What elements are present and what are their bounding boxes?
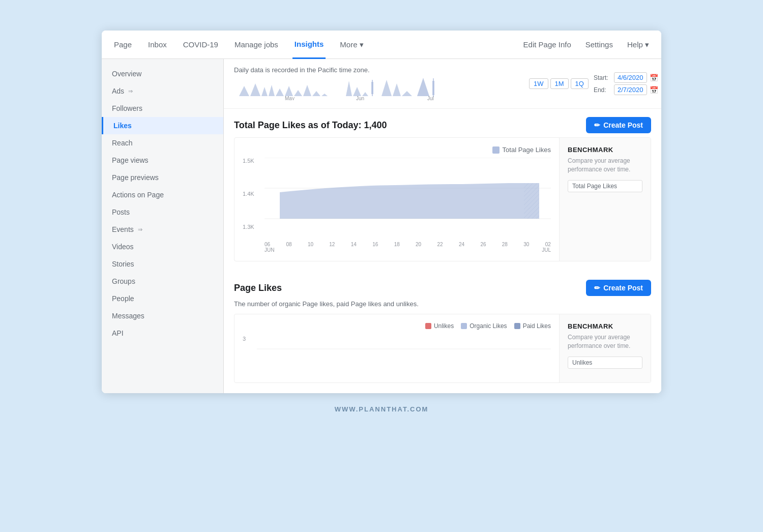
sidebar-item-ads[interactable]: Ads ⇒	[102, 82, 223, 100]
section2-title: Page Likes	[234, 283, 282, 293]
end-calendar-icon[interactable]: 📅	[650, 86, 658, 94]
nav-manage-jobs[interactable]: Manage jobs	[232, 31, 280, 58]
svg-marker-0	[239, 86, 249, 96]
sidebar-label-page-previews: Page previews	[112, 173, 159, 182]
sidebar-item-followers[interactable]: Followers	[102, 100, 223, 117]
chart-main-1: Total Page Likes 1.5K 1.4K 1.3K	[234, 138, 559, 261]
sidebar-item-stories[interactable]: Stories	[102, 255, 223, 273]
sidebar-item-actions-on-page[interactable]: Actions on Page	[102, 186, 223, 203]
sidebar-item-page-views[interactable]: Page views	[102, 152, 223, 169]
unlikes-label: Unlikes	[434, 322, 454, 330]
chart-svg-container-1: 06 08 10 12 14 16 18 20 22 24 26	[265, 158, 551, 253]
main-chart-svg-2	[257, 334, 551, 374]
svg-marker-6	[294, 90, 302, 96]
svg-text:May: May	[285, 96, 295, 100]
events-external-icon: ⇒	[138, 226, 142, 233]
sidebar-label-overview: Overview	[112, 70, 141, 78]
x-20: 20	[416, 242, 421, 247]
sidebar-item-people[interactable]: People	[102, 290, 223, 307]
date-range-controls: 1W 1M 1Q Start: 4/6/2020 📅 End: 2/7/2020	[529, 72, 658, 95]
sidebar-item-likes[interactable]: Likes	[102, 117, 223, 134]
sidebar-item-api[interactable]: API	[102, 324, 223, 342]
sidebar-item-events[interactable]: Events ⇒	[102, 221, 223, 238]
sidebar-item-reach[interactable]: Reach	[102, 134, 223, 152]
sidebar-item-messages[interactable]: Messages	[102, 307, 223, 324]
benchmark-panel-1: BENCHMARK Compare your average performan…	[559, 138, 651, 261]
end-date-value[interactable]: 2/7/2020	[614, 84, 647, 95]
create-post-btn-2[interactable]: ✏ Create Post	[586, 280, 651, 296]
sidebar-label-stories: Stories	[112, 260, 134, 268]
nav-edit-page-info[interactable]: Edit Page Info	[521, 31, 573, 58]
svg-marker-19	[402, 91, 412, 96]
main-layout: Overview Ads ⇒ Followers Likes Reach Pag…	[102, 59, 661, 393]
create-post-btn-1[interactable]: ✏ Create Post	[586, 117, 651, 133]
sidebar-label-groups: Groups	[112, 277, 135, 285]
chart-legend-1: Total Page Likes	[243, 146, 551, 154]
mini-chart-svg: May Jun	[234, 76, 529, 100]
organic-dot	[461, 323, 467, 329]
svg-marker-11	[346, 81, 352, 96]
section2-header: Page Likes ✏ Create Post	[224, 272, 661, 300]
x-28: 28	[502, 242, 508, 247]
x-jul-label: JUL	[542, 247, 551, 253]
nav-page[interactable]: Page	[112, 31, 134, 58]
sidebar-label-likes: Likes	[113, 122, 132, 130]
period-1m-btn[interactable]: 1M	[550, 78, 569, 89]
sidebar-item-groups[interactable]: Groups	[102, 273, 223, 290]
nav-more[interactable]: More ▾	[338, 31, 365, 58]
nav-help[interactable]: Help ▾	[625, 31, 651, 58]
chart-with-ylabels-2: 3	[243, 334, 551, 374]
sidebar-item-page-previews[interactable]: Page previews	[102, 169, 223, 186]
pencil-icon-1: ✏	[594, 121, 600, 129]
nav-inbox[interactable]: Inbox	[146, 31, 169, 58]
sidebar-label-reach: Reach	[112, 139, 132, 147]
svg-marker-18	[393, 83, 401, 96]
nav-settings[interactable]: Settings	[583, 31, 615, 58]
period-1w-btn[interactable]: 1W	[529, 78, 548, 89]
svg-marker-7	[303, 85, 311, 96]
sidebar-label-actions-on-page: Actions on Page	[112, 191, 164, 199]
content-area: Daily data is recorded in the Pacific ti…	[224, 59, 661, 393]
period-buttons: 1W 1M 1Q	[529, 78, 589, 89]
sidebar-label-messages: Messages	[112, 312, 144, 320]
start-date-row: Start: 4/6/2020 📅	[594, 72, 658, 83]
sidebar-label-page-views: Page views	[112, 156, 149, 164]
y-labels-1: 1.5K 1.4K 1.3K	[243, 158, 260, 239]
benchmark-title-1: BENCHMARK	[568, 146, 642, 154]
x-spacer	[274, 247, 542, 253]
start-date-value[interactable]: 4/6/2020	[614, 72, 647, 83]
svg-marker-5	[285, 86, 293, 96]
nav-insights[interactable]: Insights	[292, 31, 326, 59]
x-month-labels-1: JUN JUL	[265, 247, 551, 253]
x-18: 18	[394, 242, 400, 247]
sidebar-label-ads: Ads	[112, 87, 124, 95]
period-1q-btn[interactable]: 1Q	[571, 78, 589, 89]
nav-covid[interactable]: COVID-19	[181, 31, 220, 58]
x-14: 14	[351, 242, 357, 247]
x-30: 30	[523, 242, 529, 247]
x-24: 24	[459, 242, 464, 247]
benchmark-item-2[interactable]: Unlikes	[568, 357, 642, 369]
sidebar-label-posts: Posts	[112, 208, 130, 216]
start-calendar-icon[interactable]: 📅	[650, 74, 658, 82]
sidebar-item-overview[interactable]: Overview	[102, 65, 223, 82]
nav-left: Page Inbox COVID-19 Manage jobs Insights…	[112, 31, 521, 59]
section1-header: Total Page Likes as of Today: 1,400 ✏ Cr…	[224, 109, 661, 137]
legend-label-total-likes: Total Page Likes	[503, 146, 551, 154]
chart-with-ylabels: 1.5K 1.4K 1.3K	[243, 158, 551, 253]
chart-container-1: Total Page Likes 1.5K 1.4K 1.3K	[234, 137, 651, 261]
x-22: 22	[437, 242, 443, 247]
external-link-icon: ⇒	[128, 88, 133, 95]
x-26: 26	[480, 242, 486, 247]
sidebar-item-posts[interactable]: Posts	[102, 203, 223, 221]
benchmark-panel-2: BENCHMARK Compare your average performan…	[559, 314, 651, 382]
paid-label: Paid Likes	[523, 322, 551, 330]
y-label-1-4k: 1.4K	[243, 191, 260, 197]
pencil-icon-2: ✏	[594, 284, 600, 292]
nav-right: Edit Page Info Settings Help ▾	[521, 31, 651, 58]
sidebar-item-videos[interactable]: Videos	[102, 238, 223, 255]
y-labels-2: 3	[243, 334, 253, 374]
benchmark-item-1[interactable]: Total Page Likes	[568, 180, 642, 192]
y-label-1-5k: 1.5K	[243, 158, 260, 164]
svg-marker-20	[417, 78, 429, 96]
